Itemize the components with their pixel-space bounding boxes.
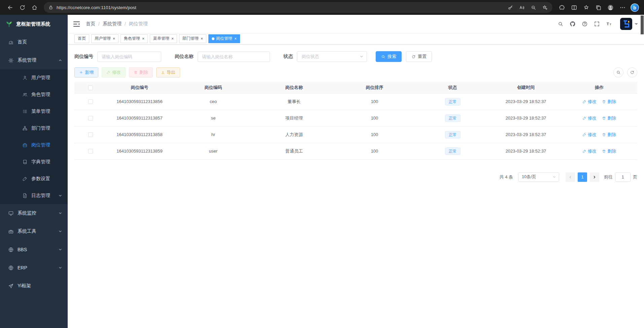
profile-avatar bbox=[607, 4, 614, 11]
home-button[interactable] bbox=[28, 1, 40, 13]
tab-post-mgmt[interactable]: 岗位管理× bbox=[208, 34, 240, 43]
github-button[interactable] bbox=[568, 19, 578, 29]
sidebar-item-bbs[interactable]: BBS bbox=[0, 240, 68, 259]
sidebar-item-dept-mgmt[interactable]: 部门管理 bbox=[0, 120, 68, 137]
select-all-checkbox[interactable] bbox=[88, 86, 93, 90]
docs-help-button[interactable] bbox=[580, 19, 590, 29]
split-screen-button[interactable] bbox=[568, 1, 580, 13]
post-name-input[interactable] bbox=[198, 52, 270, 62]
close-icon[interactable]: × bbox=[201, 37, 203, 41]
tab-user-mgmt[interactable]: 用户管理× bbox=[91, 34, 118, 43]
refresh-button[interactable] bbox=[16, 1, 28, 13]
edit-icon bbox=[582, 133, 586, 137]
close-icon[interactable]: × bbox=[142, 37, 144, 41]
sidebar-item-erp[interactable]: ERP bbox=[0, 259, 68, 277]
table-row: 1641030593112313856 ceo 董事长 100 正常 2023-… bbox=[74, 93, 637, 110]
row-delete-button[interactable]: 删除 bbox=[602, 115, 616, 121]
breadcrumb-system[interactable]: 系统管理 bbox=[103, 21, 122, 27]
password-key-button[interactable] bbox=[505, 3, 516, 12]
row-delete-button[interactable]: 删除 bbox=[602, 132, 616, 138]
sidebar-item-param-settings[interactable]: 参数设置 bbox=[0, 170, 68, 187]
sidebar-item-menu-mgmt[interactable]: 菜单管理 bbox=[0, 103, 68, 120]
breadcrumb-home[interactable]: 首页 bbox=[86, 21, 95, 27]
sidebar-item-system[interactable]: 系统管理 bbox=[0, 51, 68, 69]
sidebar-item-label: 系统管理 bbox=[18, 57, 36, 63]
row-checkbox[interactable] bbox=[88, 116, 93, 121]
sidebar-fold-icon[interactable] bbox=[73, 20, 80, 28]
delete-button[interactable]: 删除 bbox=[129, 67, 153, 77]
fullscreen-button[interactable] bbox=[592, 19, 602, 29]
browser-scrollbar-thumb[interactable] bbox=[641, 15, 644, 34]
status-select[interactable]: 岗位状态 bbox=[297, 51, 367, 62]
user-avatar-menu[interactable] bbox=[620, 18, 638, 30]
header-search-button[interactable] bbox=[555, 19, 566, 29]
extensions-button[interactable] bbox=[556, 1, 568, 13]
copilot-button[interactable]: b bbox=[629, 1, 641, 13]
export-button[interactable]: 导出 bbox=[156, 67, 180, 77]
leaf-logo-icon bbox=[5, 20, 13, 28]
svg-text:b: b bbox=[633, 5, 636, 10]
font-size-button[interactable]: TT bbox=[604, 19, 614, 29]
sidebar-item-dict-mgmt[interactable]: 字典管理 bbox=[0, 154, 68, 170]
back-button[interactable] bbox=[4, 1, 16, 13]
tab-home[interactable]: 首页 bbox=[74, 34, 89, 43]
edit-button[interactable]: 修改 bbox=[102, 67, 126, 77]
row-checkbox[interactable] bbox=[88, 132, 93, 137]
row-checkbox[interactable] bbox=[88, 149, 93, 154]
address-bar[interactable]: https://ccnetcore.com:1101/system/post bbox=[44, 2, 552, 13]
chevron-right-icon bbox=[592, 175, 597, 179]
tab-dept-mgmt[interactable]: 部门管理× bbox=[179, 34, 206, 43]
tab-menu-mgmt[interactable]: 菜单管理× bbox=[150, 34, 177, 43]
sidebar-item-log-mgmt[interactable]: 日志管理 bbox=[0, 187, 68, 204]
collections-button[interactable] bbox=[592, 1, 604, 13]
read-aloud-button[interactable] bbox=[516, 3, 528, 12]
row-edit-button[interactable]: 修改 bbox=[582, 148, 597, 154]
log-document-icon bbox=[22, 193, 28, 198]
sidebar-item-yi-framework[interactable]: Yi框架 bbox=[0, 277, 68, 295]
row-delete-button[interactable]: 删除 bbox=[602, 148, 616, 154]
zoom-button[interactable] bbox=[528, 3, 539, 12]
sidebar-item-post-mgmt[interactable]: 岗位管理 bbox=[0, 137, 68, 154]
post-code-input[interactable] bbox=[97, 52, 161, 62]
chevron-down-icon bbox=[552, 175, 556, 179]
post-name-label: 岗位名称 bbox=[175, 54, 194, 60]
next-page-button[interactable] bbox=[590, 172, 599, 182]
page-size-select[interactable]: 10条/页 bbox=[518, 172, 559, 182]
back-icon bbox=[7, 4, 13, 11]
browser-menu-button[interactable] bbox=[616, 1, 629, 13]
plus-icon bbox=[79, 70, 83, 74]
sidebar-item-monitor[interactable]: 系统监控 bbox=[0, 204, 68, 222]
pagination: 共 4 条 10条/页 1 前往 页 bbox=[74, 172, 637, 182]
sidebar-item-role-mgmt[interactable]: 角色管理 bbox=[0, 86, 68, 103]
sidebar-item-home[interactable]: 首页 bbox=[0, 33, 68, 51]
breadcrumb: 首页 / 系统管理 / 岗位管理 bbox=[86, 21, 148, 27]
page-number-button[interactable]: 1 bbox=[578, 172, 587, 182]
sidebar-logo: 意框架管理系统 bbox=[0, 15, 68, 33]
toggle-search-button[interactable] bbox=[613, 67, 623, 77]
reset-button[interactable]: 重置 bbox=[406, 51, 432, 62]
add-button[interactable]: 新增 bbox=[74, 67, 98, 77]
search-button[interactable]: 搜索 bbox=[376, 51, 402, 62]
goto-page-input[interactable] bbox=[615, 172, 631, 182]
sidebar-item-label: BBS bbox=[18, 247, 27, 252]
sidebar-item-label: 参数设置 bbox=[31, 176, 50, 182]
zoom-out-icon bbox=[531, 5, 536, 10]
profile-button[interactable] bbox=[604, 1, 616, 13]
add-favorite-button[interactable] bbox=[539, 3, 550, 12]
row-checkbox[interactable] bbox=[88, 99, 93, 104]
favorites-button[interactable] bbox=[580, 1, 592, 13]
row-edit-button[interactable]: 修改 bbox=[582, 115, 597, 121]
row-edit-button[interactable]: 修改 bbox=[582, 132, 597, 138]
sidebar-item-user-mgmt[interactable]: 用户管理 bbox=[0, 69, 68, 86]
close-icon[interactable]: × bbox=[171, 37, 174, 41]
close-icon[interactable]: × bbox=[113, 37, 115, 41]
refresh-table-button[interactable] bbox=[627, 67, 637, 77]
question-circle-icon bbox=[582, 21, 588, 27]
row-delete-button[interactable]: 删除 bbox=[602, 99, 616, 105]
prev-page-button[interactable] bbox=[566, 172, 575, 182]
row-edit-button[interactable]: 修改 bbox=[582, 99, 597, 105]
sidebar-item-tools[interactable]: 系统工具 bbox=[0, 222, 68, 240]
search-icon bbox=[616, 70, 621, 75]
tab-role-mgmt[interactable]: 角色管理× bbox=[121, 34, 148, 43]
close-icon[interactable]: × bbox=[234, 37, 237, 41]
